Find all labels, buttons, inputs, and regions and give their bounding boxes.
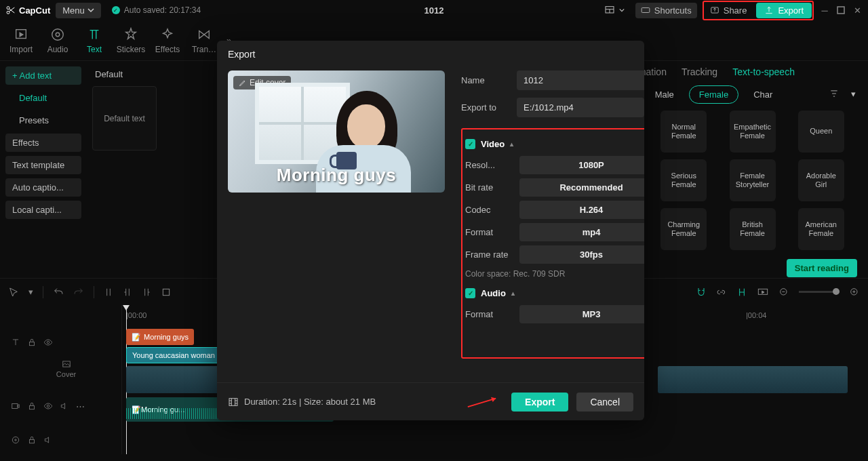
default-text-thumb[interactable]: Default text <box>92 86 157 151</box>
zoom-out-icon[interactable] <box>778 287 789 298</box>
tab-audio[interactable]: Audio <box>39 27 76 54</box>
eye-icon[interactable] <box>43 338 53 347</box>
cover-track-head[interactable]: Cover <box>0 359 121 393</box>
zoom-in-icon[interactable] <box>849 287 860 298</box>
voice-card[interactable]: Adorable Girl <box>798 159 844 201</box>
text-sidebar: Add text Default Presets Effects Text te… <box>0 61 87 278</box>
tab-stickers[interactable]: Stickers <box>113 27 149 54</box>
tab-text[interactable]: Text <box>76 27 113 54</box>
link-icon[interactable] <box>716 287 727 298</box>
modal-export-button[interactable]: Export <box>511 393 568 412</box>
export-button[interactable]: Export <box>756 3 812 18</box>
audio-section-head[interactable]: ✓ Audio ▴ <box>465 288 644 298</box>
nav-text-template[interactable]: Text template <box>5 156 81 174</box>
nav-auto-captions[interactable]: Auto captio... <box>5 178 81 197</box>
eye-icon[interactable] <box>43 401 53 411</box>
video-checkbox[interactable]: ✓ <box>465 139 475 149</box>
nav-presets[interactable]: Presets <box>5 111 81 129</box>
voice-card[interactable]: Normal Female <box>660 111 707 153</box>
codec-select[interactable]: H.264▾ <box>519 201 644 219</box>
cursor-icon[interactable] <box>8 287 19 298</box>
aformat-select[interactable]: MP3▾ <box>519 305 644 323</box>
format-select[interactable]: mp4▾ <box>519 223 644 241</box>
name-label: Name <box>461 75 511 85</box>
app-logo: CapCut <box>5 5 50 16</box>
close-button[interactable]: ✕ <box>852 5 863 16</box>
voice-card[interactable]: Serious Female <box>660 159 707 201</box>
share-button[interactable]: Share <box>705 3 753 18</box>
audio-track-head <box>0 423 121 457</box>
preview-icon[interactable] <box>757 287 769 298</box>
fps-select[interactable]: 30fps▾ <box>519 245 644 264</box>
chip-male[interactable]: Male <box>646 86 684 103</box>
zoom-slider[interactable] <box>799 291 840 293</box>
crop-select-icon[interactable] <box>161 287 172 298</box>
redo-icon[interactable] <box>73 287 84 298</box>
ruler-tick: |00:04 <box>746 311 766 319</box>
undo-icon[interactable] <box>53 287 64 298</box>
maximize-button[interactable] <box>835 5 846 16</box>
video-clip-b[interactable] <box>658 366 848 393</box>
chip-char[interactable]: Char <box>744 86 782 103</box>
layout-icon <box>604 5 615 16</box>
modal-cancel-button[interactable]: Cancel <box>576 393 633 412</box>
text-clip-2[interactable]: Young caucasian woman <box>126 347 225 363</box>
start-reading-button[interactable]: Start reading <box>787 259 857 277</box>
filter-icon[interactable] <box>825 86 843 103</box>
mute-icon[interactable] <box>60 401 69 411</box>
dropdown-icon[interactable]: ▾ <box>847 86 860 103</box>
voice-card[interactable]: Female Storyteller <box>730 159 776 201</box>
menu-button[interactable]: Menu <box>56 3 101 18</box>
voice-card[interactable]: American Female <box>798 208 844 250</box>
resolution-select[interactable]: 1080P▾ <box>519 156 644 174</box>
text-clip[interactable]: 📝 Morning guys <box>126 329 194 345</box>
share-icon <box>710 5 719 15</box>
format-label: Format <box>465 227 519 237</box>
cursor-dd[interactable]: ▾ <box>28 287 33 297</box>
name-input[interactable] <box>517 71 644 90</box>
more-icon[interactable]: ⋯ <box>76 401 85 412</box>
video-section-head[interactable]: ✓ Video ▴ <box>465 139 644 149</box>
export-settings-highlight: ✓ Video ▴ Resol...1080P▾ Bit rateRecomme… <box>461 128 644 359</box>
audio-checkbox[interactable]: ✓ <box>465 288 475 298</box>
split-icon[interactable] <box>104 287 113 298</box>
track-headers: Cover ⋯ <box>0 305 122 454</box>
trim-right-icon[interactable] <box>142 287 151 298</box>
lock-icon[interactable] <box>27 338 37 347</box>
project-title: 1012 <box>425 5 444 16</box>
audio-icon <box>11 435 20 445</box>
shortcuts-button[interactable]: Shortcuts <box>635 3 697 18</box>
snap-icon[interactable] <box>736 287 747 298</box>
ruler-tick: |00:00 <box>126 311 146 319</box>
lock-icon[interactable] <box>27 401 37 411</box>
svg-rect-21 <box>30 439 35 443</box>
cover-caption: Morning guys <box>277 165 396 186</box>
nav-default[interactable]: Default <box>5 89 81 107</box>
lock-icon[interactable] <box>27 435 37 445</box>
chevron-down-icon <box>619 7 625 13</box>
tab-effects[interactable]: Effects <box>149 27 186 54</box>
layout-button[interactable] <box>599 2 630 18</box>
square-icon <box>837 6 845 14</box>
trim-left-icon[interactable] <box>123 287 132 298</box>
add-text-button[interactable]: Add text <box>5 66 81 85</box>
svg-point-19 <box>12 437 18 443</box>
voice-card[interactable]: British Female <box>730 208 776 250</box>
nav-effects[interactable]: Effects <box>5 134 81 152</box>
mute-icon[interactable] <box>43 435 53 445</box>
rtab-tts[interactable]: Text-to-speech <box>732 66 795 77</box>
bitrate-select[interactable]: Recommended▾ <box>519 178 644 197</box>
text-track-head <box>0 325 121 359</box>
voice-card[interactable]: Empathetic Female <box>730 111 776 153</box>
nav-local-captions[interactable]: Local capti... <box>5 201 81 219</box>
exportto-input[interactable] <box>517 98 644 117</box>
share-export-highlight: Share Export <box>703 1 814 20</box>
magnet-icon[interactable] <box>696 287 707 298</box>
voice-card[interactable]: Queen <box>798 111 844 153</box>
voice-card[interactable]: Charming Female <box>660 208 707 250</box>
minimize-button[interactable]: ─ <box>819 5 830 16</box>
rtab-tracking[interactable]: Tracking <box>682 66 717 77</box>
chip-female[interactable]: Female <box>689 85 738 104</box>
tab-import[interactable]: Import <box>3 27 39 54</box>
svg-rect-3 <box>642 8 650 13</box>
